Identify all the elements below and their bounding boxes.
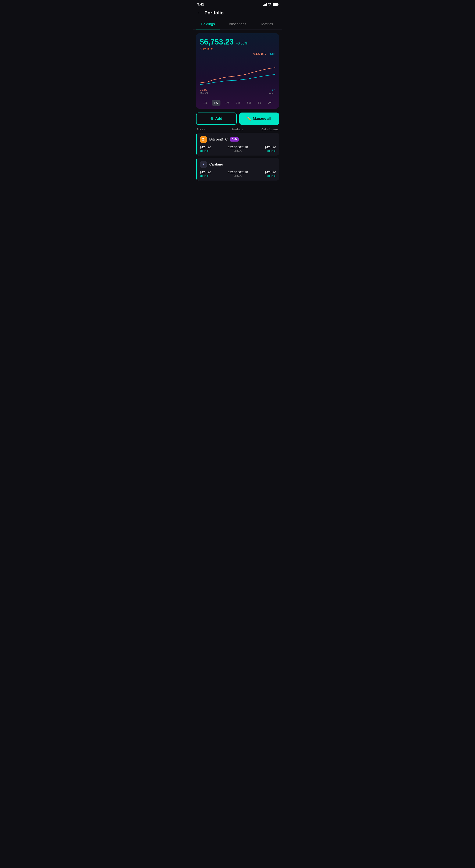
add-label: Add xyxy=(215,117,222,121)
asset-row-bitcoin[interactable]: ₿ Bitcoin BTC CoD $424.26 +0.01% 432.345… xyxy=(196,133,279,156)
period-1d[interactable]: 1D xyxy=(201,100,209,106)
status-bar: 9:41 xyxy=(193,0,282,8)
ada-change: +0.01% xyxy=(200,175,225,178)
date-end-label: Apr 5 xyxy=(269,92,275,95)
period-6m[interactable]: 6M xyxy=(245,100,253,106)
ada-gain-percent: +0.01% xyxy=(250,175,276,178)
ok-label: 0K xyxy=(272,88,275,91)
portfolio-btc-value: 0.12 BTC xyxy=(200,47,275,51)
period-1y[interactable]: 1Y xyxy=(256,100,264,106)
header: ← Portfolio xyxy=(193,8,282,19)
add-icon: ⊕ xyxy=(210,116,213,121)
asset-row-cardano[interactable]: ✦ Cardano $424.26 +0.01% 432.34567898 ER… xyxy=(196,158,279,181)
sort-icon: ↓ xyxy=(204,128,205,130)
page-title: Portfolio xyxy=(205,10,224,16)
edit-icon: ✏️ xyxy=(247,117,251,121)
asset-name-cardano: Cardano xyxy=(209,162,223,166)
battery-icon xyxy=(273,3,278,6)
cod-badge: CoD xyxy=(230,137,239,142)
tab-bar: Holdings Allocations Metrics xyxy=(193,19,282,29)
time-period-selector: 1D 1W 1M 3M 6M 1Y 2Y xyxy=(200,98,275,106)
ada-icon: ✦ xyxy=(200,161,207,168)
tab-metrics[interactable]: Metrics xyxy=(252,19,282,29)
tab-holdings[interactable]: Holdings xyxy=(193,19,223,29)
btc-holdings-amount: 432.34567898 xyxy=(225,145,250,149)
price-chart xyxy=(200,57,275,87)
table-header: Price ↓ Holdings Gains/Losses xyxy=(193,125,282,133)
asset-name-bitcoin: Bitcoin xyxy=(209,137,221,141)
signal-bars-icon xyxy=(263,3,267,6)
date-start-label: Mar 29 xyxy=(200,92,208,95)
manage-all-label: Manage all xyxy=(253,117,271,121)
ada-holdings-unit: ERSDL xyxy=(225,175,250,177)
status-time: 9:41 xyxy=(197,3,204,6)
period-2y[interactable]: 2Y xyxy=(266,100,274,106)
btc-gain-percent: +0.01% xyxy=(250,149,276,153)
action-buttons: ⊕ Add ✏️ Manage all xyxy=(196,113,279,125)
chart-card: $6,753.23 +0.00% 0.12 BTC 0.132 BTC 6.6K xyxy=(196,33,279,109)
add-button[interactable]: ⊕ Add xyxy=(196,113,237,125)
btc-gain-value: $424.26 xyxy=(250,145,276,149)
back-button[interactable]: ← xyxy=(197,10,202,16)
col-price: Price ↓ xyxy=(197,128,224,131)
period-1m[interactable]: 1M xyxy=(223,100,231,106)
btc-holdings-unit: ERSDL xyxy=(225,149,250,152)
btc-change: +0.01% xyxy=(200,149,225,153)
chart-axis-labels: 0 BTC Mar 29 0K Apr 5 xyxy=(200,88,275,95)
btc-zero-label: 0 BTC xyxy=(200,88,207,91)
portfolio-change: +0.00% xyxy=(236,41,247,45)
portfolio-value: $6,753.23 xyxy=(200,37,234,46)
status-icons xyxy=(263,3,278,6)
ada-holdings-amount: 432.34567898 xyxy=(225,170,250,174)
chart-legend: 0.132 BTC 6.6K xyxy=(200,52,275,55)
period-1w[interactable]: 1W xyxy=(212,100,220,106)
ada-gain-value: $424.26 xyxy=(250,170,276,174)
manage-all-button[interactable]: ✏️ Manage all xyxy=(239,113,279,125)
legend-btc: 0.132 BTC xyxy=(253,52,267,55)
btc-price: $424.26 xyxy=(200,145,225,149)
btc-icon: ₿ xyxy=(200,135,207,143)
col-holdings: Holdings xyxy=(224,128,251,131)
legend-usd: 6.6K xyxy=(270,52,275,55)
asset-ticker-bitcoin: BTC xyxy=(221,137,228,141)
ada-price: $424.26 xyxy=(200,170,225,174)
col-gains: Gains/Losses xyxy=(251,128,278,131)
wifi-icon xyxy=(268,3,271,6)
period-3m[interactable]: 3M xyxy=(234,100,242,106)
tab-allocations[interactable]: Allocations xyxy=(223,19,252,29)
